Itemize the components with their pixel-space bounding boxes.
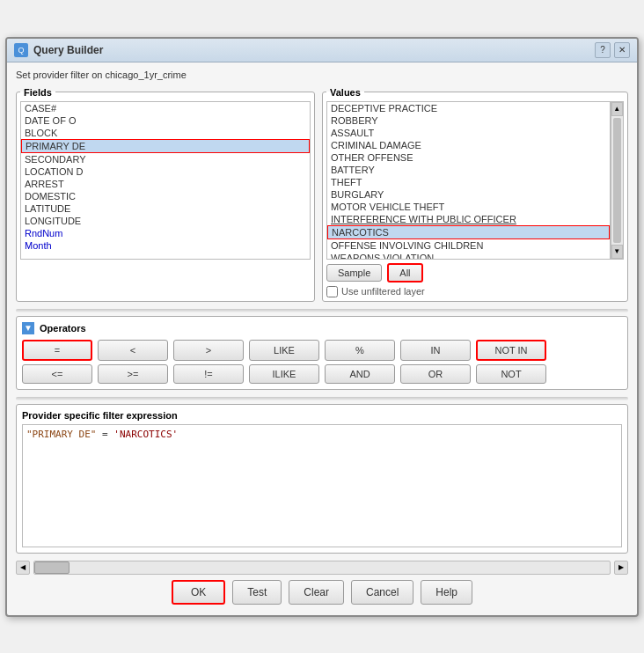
value-item-3[interactable]: CRIMINAL DAMAGE [327, 139, 610, 151]
scroll-thumb[interactable] [613, 118, 621, 243]
fields-panel: Fields CASE#DATE OF OBLOCKPRIMARY DESECO… [16, 87, 315, 302]
field-item-7[interactable]: DOMESTIC [21, 190, 310, 202]
app-icon: Q [14, 43, 28, 57]
field-item-11[interactable]: Month [21, 239, 310, 252]
horizontal-scrollbar: ◀ ▶ [16, 561, 628, 575]
op-btn-<[interactable]: < [98, 340, 168, 361]
bottom-buttons: OK Test Clear Cancel Help [16, 575, 628, 608]
clear-button[interactable]: Clear [289, 580, 344, 605]
value-item-7[interactable]: BURGLARY [327, 188, 610, 201]
title-controls: ? ✕ [595, 42, 630, 58]
values-buttons: Sample All [326, 263, 624, 282]
operators-grid: =<>LIKE%INNOT IN <=>=!=ILIKEANDORNOT [22, 340, 622, 384]
scroll-right-arrow[interactable]: ▶ [614, 561, 628, 575]
fields-label: Fields [20, 87, 55, 98]
value-item-12[interactable]: WEAPONS VIOLATION [327, 252, 610, 260]
field-item-3[interactable]: PRIMARY DE [21, 139, 310, 153]
value-item-6[interactable]: THEFT [327, 176, 610, 188]
value-item-2[interactable]: ASSAULT [327, 127, 610, 139]
unfiltered-layer-checkbox[interactable] [326, 286, 338, 297]
all-button[interactable]: All [387, 263, 422, 282]
value-item-5[interactable]: BATTERY [327, 164, 610, 176]
field-item-4[interactable]: SECONDARY [21, 153, 310, 165]
operators-label: Operators [40, 323, 86, 334]
operators-section: ▼ Operators =<>LIKE%INNOT IN <=>=!=ILIKE… [16, 316, 628, 390]
op-btn-in[interactable]: IN [400, 340, 471, 361]
value-item-0[interactable]: DECEPTIVE PRACTICE [327, 102, 610, 114]
op-btn-!=-2[interactable]: != [173, 364, 244, 384]
filter-expression[interactable]: "PRIMARY DE" = 'NARCOTICS' [22, 424, 622, 547]
value-item-8[interactable]: MOTOR VEHICLE THEFT [327, 201, 610, 213]
filter-label: Provider specific filter expression [22, 410, 622, 421]
sample-button[interactable]: Sample [326, 264, 382, 282]
scroll-up-arrow[interactable]: ▲ [611, 102, 623, 116]
op-btn->[interactable]: > [173, 340, 244, 361]
field-item-8[interactable]: LATITUDE [21, 202, 310, 215]
collapse-button[interactable]: ▼ [22, 322, 34, 334]
value-item-11[interactable]: OFFENSE INVOLVING CHILDREN [327, 239, 610, 252]
values-label: Values [326, 87, 364, 98]
values-right: DECEPTIVE PRACTICEROBBERYASSAULTCRIMINAL… [326, 101, 624, 260]
close-title-btn[interactable]: ✕ [614, 42, 630, 58]
scroll-track[interactable] [33, 561, 611, 575]
field-item-0[interactable]: CASE# [21, 102, 310, 114]
op-btn-=[interactable]: = [22, 340, 92, 361]
op-btn-%[interactable]: % [325, 340, 395, 361]
field-item-10[interactable]: RndNum [21, 227, 310, 239]
scroll-left-arrow[interactable]: ◀ [16, 561, 30, 575]
scroll-down-arrow[interactable]: ▼ [611, 245, 623, 259]
cancel-button[interactable]: Cancel [351, 580, 413, 605]
values-listbox[interactable]: DECEPTIVE PRACTICEROBBERYASSAULTCRIMINAL… [326, 101, 611, 260]
op-btn-or-2[interactable]: OR [400, 364, 471, 384]
scroll-thumb-h[interactable] [34, 561, 70, 574]
values-panel: Values DECEPTIVE PRACTICEROBBERYASSAULTC… [322, 87, 628, 302]
op-btn-ilike-2[interactable]: ILIKE [249, 364, 319, 384]
value-item-1[interactable]: ROBBERY [327, 114, 610, 127]
value-item-9[interactable]: INTERFERENCE WITH PUBLIC OFFICER [327, 213, 610, 225]
field-item-1[interactable]: DATE OF O [21, 114, 310, 127]
op-btn->=-2[interactable]: >= [98, 364, 168, 384]
field-item-5[interactable]: LOCATION D [21, 165, 310, 178]
unfiltered-layer-row: Use unfiltered layer [326, 286, 624, 297]
value-item-10[interactable]: NARCOTICS [327, 225, 610, 239]
query-builder-window: Q Query Builder ? ✕ Set provider filter … [5, 37, 639, 617]
op-btn-and-2[interactable]: AND [325, 364, 395, 384]
divider-2 [16, 397, 628, 400]
op-btn-<=-2[interactable]: <= [22, 364, 92, 384]
field-item-9[interactable]: LONGITUDE [21, 215, 310, 227]
operators-header: ▼ Operators [22, 322, 622, 334]
value-item-4[interactable]: OTHER OFFENSE [327, 151, 610, 164]
title-bar: Q Query Builder ? ✕ [7, 39, 637, 62]
window-title: Query Builder [33, 44, 103, 56]
op-btn-not-in[interactable]: NOT IN [476, 340, 546, 361]
fields-listbox[interactable]: CASE#DATE OF OBLOCKPRIMARY DESECONDARYLO… [20, 101, 311, 260]
expr-op: = [96, 429, 113, 440]
expr-value: 'NARCOTICS' [113, 429, 178, 440]
ok-button[interactable]: OK [172, 580, 225, 605]
help-button[interactable]: Help [421, 580, 472, 605]
field-item-6[interactable]: ARREST [21, 178, 310, 190]
operators-row-2: <=>=!=ILIKEANDORNOT [22, 364, 622, 384]
unfiltered-layer-label: Use unfiltered layer [341, 286, 425, 297]
help-title-btn[interactable]: ? [595, 42, 611, 58]
filter-section: Provider specific filter expression "PRI… [16, 404, 628, 554]
test-button[interactable]: Test [232, 580, 282, 605]
divider-1 [16, 309, 628, 312]
op-btn-like[interactable]: LIKE [249, 340, 319, 361]
operators-row-1: =<>LIKE%INNOT IN [22, 340, 622, 361]
subtitle: Set provider filter on chicago_1yr_crime [16, 70, 628, 80]
expr-field: "PRIMARY DE" [26, 429, 96, 440]
op-btn-not-2[interactable]: NOT [476, 364, 546, 384]
title-bar-left: Q Query Builder [14, 43, 103, 57]
field-item-2[interactable]: BLOCK [21, 127, 310, 139]
values-scrollbar[interactable]: ▲ ▼ [611, 101, 624, 260]
